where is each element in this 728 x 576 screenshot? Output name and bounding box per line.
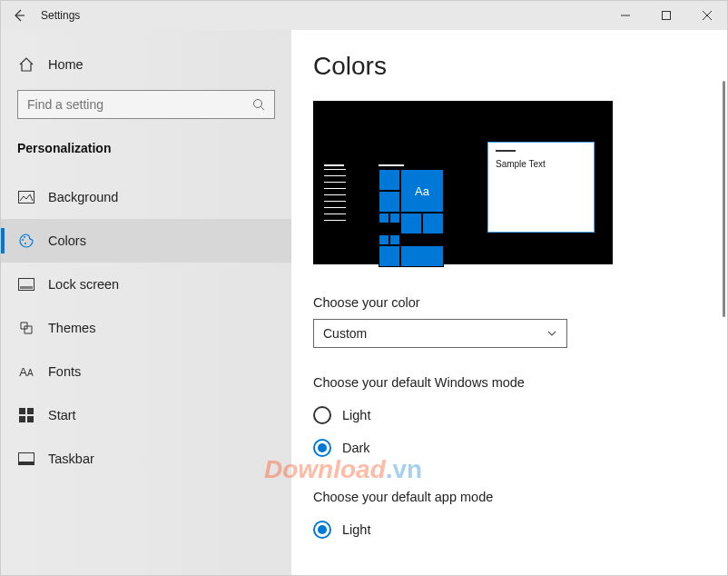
fonts-icon: AA	[17, 362, 35, 381]
nav-label: Start	[48, 408, 76, 422]
maximize-icon	[662, 11, 671, 20]
preview-window: Sample Text	[487, 142, 595, 233]
sidebar-item-start[interactable]: Start	[1, 393, 291, 437]
sidebar-item-lockscreen[interactable]: Lock screen	[1, 263, 291, 306]
minimize-icon	[621, 11, 630, 20]
maximize-button[interactable]	[645, 1, 686, 30]
radio-app-light[interactable]: Light	[313, 513, 727, 546]
nav-label: Lock screen	[48, 277, 119, 292]
sidebar: Home Personalization Background Colors	[1, 30, 291, 576]
nav-label: Taskbar	[48, 452, 94, 466]
themes-icon	[17, 319, 35, 337]
back-button[interactable]	[1, 1, 37, 30]
background-icon	[17, 188, 35, 206]
app-mode-label: Choose your default app mode	[313, 490, 727, 504]
taskbar-icon	[17, 450, 35, 468]
svg-point-8	[24, 236, 25, 238]
window-title: Settings	[37, 9, 80, 22]
category-title: Personalization	[1, 134, 291, 175]
dropdown-selected: Custom	[323, 326, 546, 341]
radio-label: Dark	[342, 441, 370, 455]
colors-icon	[17, 232, 35, 250]
sidebar-item-background[interactable]: Background	[1, 175, 291, 219]
radio-icon	[313, 406, 331, 424]
start-icon	[17, 406, 35, 424]
svg-point-7	[22, 239, 24, 241]
color-dropdown[interactable]: Custom	[313, 319, 567, 348]
windows-mode-group: Light Dark	[313, 399, 727, 464]
nav-label: Background	[48, 190, 118, 204]
svg-rect-6	[19, 192, 34, 204]
home-icon	[17, 55, 35, 74]
close-icon	[703, 11, 712, 20]
radio-label: Light	[342, 408, 370, 422]
sidebar-item-fonts[interactable]: AA Fonts	[1, 350, 291, 393]
svg-rect-15	[27, 416, 34, 422]
arrow-left-icon	[12, 8, 26, 23]
radio-label: Light	[342, 522, 370, 537]
scrollbar[interactable]	[723, 81, 725, 317]
home-nav[interactable]: Home	[1, 46, 291, 83]
radio-windows-light[interactable]: Light	[313, 399, 727, 432]
sidebar-item-taskbar[interactable]: Taskbar	[1, 437, 291, 481]
svg-rect-14	[19, 416, 25, 422]
svg-line-5	[261, 107, 265, 111]
search-box[interactable]	[17, 90, 275, 119]
sidebar-item-colors[interactable]: Colors	[1, 219, 291, 263]
svg-rect-13	[27, 408, 34, 414]
main-content: Colors	[291, 30, 727, 576]
nav-label: Fonts	[48, 364, 81, 379]
chevron-down-icon	[546, 328, 557, 339]
search-icon	[243, 98, 274, 111]
nav-label: Themes	[48, 321, 95, 335]
svg-point-9	[25, 243, 26, 244]
radio-icon	[313, 439, 331, 457]
close-button[interactable]	[686, 1, 727, 30]
radio-icon	[313, 521, 331, 539]
nav-label: Colors	[48, 233, 86, 248]
svg-rect-1	[662, 12, 670, 20]
search-input[interactable]	[18, 97, 243, 112]
windows-mode-label: Choose your default Windows mode	[313, 375, 727, 390]
svg-rect-11	[20, 286, 33, 289]
svg-rect-12	[19, 408, 25, 414]
choose-color-label: Choose your color	[313, 295, 727, 310]
titlebar: Settings	[1, 1, 727, 30]
svg-rect-17	[19, 462, 34, 465]
color-preview: Aa	[313, 101, 613, 264]
lockscreen-icon	[17, 275, 35, 293]
app-mode-group: Light	[313, 513, 727, 546]
radio-windows-dark[interactable]: Dark	[313, 432, 727, 464]
page-title: Colors	[313, 52, 727, 81]
preview-sample-text: Sample Text	[496, 159, 586, 169]
minimize-button[interactable]	[605, 1, 645, 30]
svg-point-4	[254, 100, 262, 108]
home-label: Home	[48, 57, 84, 72]
sidebar-item-themes[interactable]: Themes	[1, 306, 291, 350]
preview-tile-aa: Aa	[400, 169, 444, 213]
